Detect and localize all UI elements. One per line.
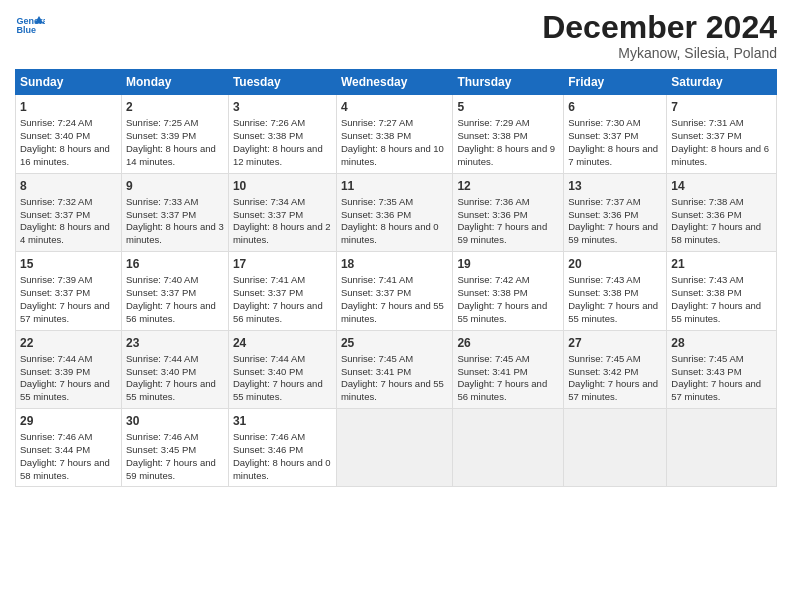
daylight-label: Daylight: 7 hours and 55 minutes. (671, 300, 761, 324)
daylight-label: Daylight: 7 hours and 58 minutes. (671, 221, 761, 245)
sunset: Sunset: 3:37 PM (20, 209, 90, 220)
header-day-sunday: Sunday (16, 70, 122, 95)
sunset: Sunset: 3:42 PM (568, 366, 638, 377)
calendar-cell (564, 408, 667, 486)
header-day-tuesday: Tuesday (228, 70, 336, 95)
sunrise: Sunrise: 7:25 AM (126, 117, 198, 128)
day-number: 17 (233, 256, 332, 272)
sunrise: Sunrise: 7:33 AM (126, 196, 198, 207)
calendar-cell (667, 408, 777, 486)
daylight-label: Daylight: 7 hours and 56 minutes. (233, 300, 323, 324)
sunrise: Sunrise: 7:46 AM (233, 431, 305, 442)
calendar-table: SundayMondayTuesdayWednesdayThursdayFrid… (15, 69, 777, 487)
day-number: 23 (126, 335, 224, 351)
calendar-cell: 21Sunrise: 7:43 AMSunset: 3:38 PMDayligh… (667, 252, 777, 330)
sunset: Sunset: 3:36 PM (457, 209, 527, 220)
calendar-cell: 5Sunrise: 7:29 AMSunset: 3:38 PMDaylight… (453, 95, 564, 173)
calendar-cell: 9Sunrise: 7:33 AMSunset: 3:37 PMDaylight… (122, 173, 229, 251)
calendar-cell: 19Sunrise: 7:42 AMSunset: 3:38 PMDayligh… (453, 252, 564, 330)
calendar-week-row: 15Sunrise: 7:39 AMSunset: 3:37 PMDayligh… (16, 252, 777, 330)
day-number: 14 (671, 178, 772, 194)
day-number: 13 (568, 178, 662, 194)
calendar-cell (453, 408, 564, 486)
day-number: 21 (671, 256, 772, 272)
day-number: 22 (20, 335, 117, 351)
sunrise: Sunrise: 7:26 AM (233, 117, 305, 128)
day-number: 3 (233, 99, 332, 115)
daylight-label: Daylight: 8 hours and 16 minutes. (20, 143, 110, 167)
day-number: 25 (341, 335, 448, 351)
day-number: 6 (568, 99, 662, 115)
day-number: 18 (341, 256, 448, 272)
calendar-cell: 15Sunrise: 7:39 AMSunset: 3:37 PMDayligh… (16, 252, 122, 330)
calendar-cell: 25Sunrise: 7:45 AMSunset: 3:41 PMDayligh… (336, 330, 452, 408)
calendar-cell (336, 408, 452, 486)
sunrise: Sunrise: 7:45 AM (671, 353, 743, 364)
sunset: Sunset: 3:37 PM (233, 209, 303, 220)
daylight-label: Daylight: 8 hours and 12 minutes. (233, 143, 323, 167)
sunset: Sunset: 3:36 PM (568, 209, 638, 220)
daylight-label: Daylight: 8 hours and 0 minutes. (341, 221, 439, 245)
logo: General Blue (15, 10, 45, 40)
day-number: 12 (457, 178, 559, 194)
calendar-cell: 17Sunrise: 7:41 AMSunset: 3:37 PMDayligh… (228, 252, 336, 330)
day-number: 9 (126, 178, 224, 194)
sunrise: Sunrise: 7:30 AM (568, 117, 640, 128)
day-number: 28 (671, 335, 772, 351)
day-number: 4 (341, 99, 448, 115)
sunrise: Sunrise: 7:27 AM (341, 117, 413, 128)
sunset: Sunset: 3:38 PM (568, 287, 638, 298)
sunrise: Sunrise: 7:46 AM (20, 431, 92, 442)
sunset: Sunset: 3:36 PM (671, 209, 741, 220)
daylight-label: Daylight: 7 hours and 55 minutes. (233, 378, 323, 402)
sunset: Sunset: 3:40 PM (126, 366, 196, 377)
sunset: Sunset: 3:38 PM (457, 130, 527, 141)
calendar-cell: 14Sunrise: 7:38 AMSunset: 3:36 PMDayligh… (667, 173, 777, 251)
sunset: Sunset: 3:43 PM (671, 366, 741, 377)
header-day-wednesday: Wednesday (336, 70, 452, 95)
calendar-header-row: SundayMondayTuesdayWednesdayThursdayFrid… (16, 70, 777, 95)
day-number: 8 (20, 178, 117, 194)
calendar-cell: 4Sunrise: 7:27 AMSunset: 3:38 PMDaylight… (336, 95, 452, 173)
svg-text:Blue: Blue (17, 25, 37, 35)
daylight-label: Daylight: 7 hours and 58 minutes. (20, 457, 110, 481)
calendar-cell: 26Sunrise: 7:45 AMSunset: 3:41 PMDayligh… (453, 330, 564, 408)
sunset: Sunset: 3:37 PM (568, 130, 638, 141)
calendar-cell: 22Sunrise: 7:44 AMSunset: 3:39 PMDayligh… (16, 330, 122, 408)
day-number: 31 (233, 413, 332, 429)
sunrise: Sunrise: 7:32 AM (20, 196, 92, 207)
header-day-thursday: Thursday (453, 70, 564, 95)
month-title: December 2024 (542, 10, 777, 45)
daylight-label: Daylight: 7 hours and 59 minutes. (126, 457, 216, 481)
sunrise: Sunrise: 7:42 AM (457, 274, 529, 285)
sunset: Sunset: 3:46 PM (233, 444, 303, 455)
calendar-cell: 18Sunrise: 7:41 AMSunset: 3:37 PMDayligh… (336, 252, 452, 330)
sunrise: Sunrise: 7:41 AM (341, 274, 413, 285)
calendar-cell: 28Sunrise: 7:45 AMSunset: 3:43 PMDayligh… (667, 330, 777, 408)
daylight-label: Daylight: 7 hours and 56 minutes. (457, 378, 547, 402)
sunrise: Sunrise: 7:24 AM (20, 117, 92, 128)
sunrise: Sunrise: 7:39 AM (20, 274, 92, 285)
daylight-label: Daylight: 8 hours and 6 minutes. (671, 143, 769, 167)
sunset: Sunset: 3:37 PM (126, 287, 196, 298)
calendar-cell: 7Sunrise: 7:31 AMSunset: 3:37 PMDaylight… (667, 95, 777, 173)
sunset: Sunset: 3:41 PM (457, 366, 527, 377)
daylight-label: Daylight: 7 hours and 55 minutes. (126, 378, 216, 402)
header-day-monday: Monday (122, 70, 229, 95)
daylight-label: Daylight: 8 hours and 14 minutes. (126, 143, 216, 167)
day-number: 15 (20, 256, 117, 272)
sunset: Sunset: 3:38 PM (341, 130, 411, 141)
sunrise: Sunrise: 7:45 AM (568, 353, 640, 364)
calendar-cell: 27Sunrise: 7:45 AMSunset: 3:42 PMDayligh… (564, 330, 667, 408)
sunset: Sunset: 3:41 PM (341, 366, 411, 377)
calendar-cell: 13Sunrise: 7:37 AMSunset: 3:36 PMDayligh… (564, 173, 667, 251)
daylight-label: Daylight: 8 hours and 3 minutes. (126, 221, 224, 245)
calendar-cell: 8Sunrise: 7:32 AMSunset: 3:37 PMDaylight… (16, 173, 122, 251)
day-number: 29 (20, 413, 117, 429)
sunrise: Sunrise: 7:37 AM (568, 196, 640, 207)
calendar-cell: 2Sunrise: 7:25 AMSunset: 3:39 PMDaylight… (122, 95, 229, 173)
daylight-label: Daylight: 8 hours and 2 minutes. (233, 221, 331, 245)
sunrise: Sunrise: 7:45 AM (457, 353, 529, 364)
sunset: Sunset: 3:37 PM (20, 287, 90, 298)
sunset: Sunset: 3:37 PM (671, 130, 741, 141)
